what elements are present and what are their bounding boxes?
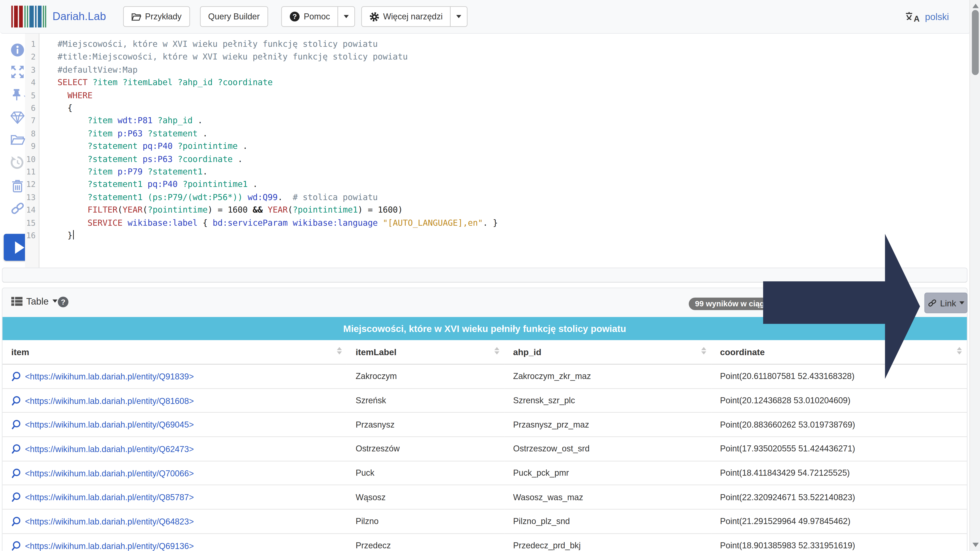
line-number: 7 — [25, 115, 39, 127]
code-token — [173, 154, 178, 164]
code-token: ?statement1 — [148, 167, 203, 176]
entity-link[interactable]: <https://wikihum.lab.dariah.pl/entity/Q7… — [25, 468, 194, 478]
fullscreen-expand-icon[interactable] — [10, 64, 25, 79]
code-line[interactable]: ?statement ps:P63 ?coordinate . — [57, 153, 964, 166]
examples-button[interactable]: Przykłady — [123, 6, 190, 27]
code-line[interactable]: SERVICE wikibase:label { bd:serviceParam… — [57, 217, 964, 229]
line-number: 12 — [25, 178, 39, 191]
ahpid-cell: Pilzno_plz_snd — [504, 510, 711, 533]
line-numbers: 12345678910111213141516 — [25, 33, 40, 268]
help-label: Pomoc — [304, 12, 330, 21]
code-line[interactable]: FILTER(YEAR(?pointintime) = 1600 && YEAR… — [57, 204, 964, 217]
history-icon[interactable] — [10, 155, 25, 170]
code-line[interactable]: ?item p:P79 ?statement1. — [57, 166, 964, 178]
code-token: wikibase:language — [293, 218, 378, 227]
itemlabel-cell: Ostrzeszów — [347, 437, 504, 461]
code-token: bd:serviceParam — [213, 218, 288, 227]
code-line[interactable]: ?item p:P63 ?statement . — [57, 127, 964, 140]
entity-link[interactable]: <https://wikihum.lab.dariah.pl/entity/Q8… — [25, 396, 194, 406]
code-lines[interactable]: #Miejscowości, które w XVI wieku pełniły… — [40, 33, 964, 242]
sort-icon[interactable] — [495, 347, 500, 355]
results-help-icon[interactable]: ? — [57, 296, 69, 308]
brand-title[interactable]: Dariah.Lab — [52, 0, 106, 33]
list-view-icon — [11, 296, 23, 306]
code-token — [153, 116, 158, 125]
code-line[interactable]: #title:Miejscowości, które w XVI wieku p… — [57, 51, 964, 64]
entity-link[interactable]: <https://wikihum.lab.dariah.pl/entity/Q6… — [25, 420, 194, 430]
magnifier-icon[interactable] — [11, 540, 21, 551]
entity-link[interactable]: <https://wikihum.lab.dariah.pl/entity/Q6… — [25, 541, 194, 551]
trash-icon[interactable] — [10, 179, 25, 194]
query-builder-label: Query Builder — [208, 12, 260, 21]
code-token: wdt:P81 — [118, 116, 153, 125]
entity-link[interactable]: <https://wikihum.lab.dariah.pl/entity/Q6… — [25, 517, 194, 527]
column-header-item[interactable]: item — [2, 340, 347, 364]
scrollbar-thumb[interactable] — [972, 10, 978, 75]
magnifier-icon[interactable] — [11, 444, 21, 454]
scroll-up-arrow-icon[interactable] — [972, 4, 978, 8]
code-line[interactable]: ?statement1 (ps:P79/(wdt:P56*)) wd:Q99. … — [57, 191, 964, 204]
view-selector[interactable]: Table — [11, 296, 57, 306]
magnifier-icon[interactable] — [11, 492, 21, 502]
entity-link[interactable]: <https://wikihum.lab.dariah.pl/entity/Q6… — [25, 444, 194, 454]
magnifier-icon[interactable] — [11, 420, 21, 430]
caret-down-icon — [457, 15, 461, 18]
code-line[interactable]: ?item wdt:P81 ?ahp_id . — [57, 115, 964, 127]
editor-footer-bar[interactable] — [2, 268, 967, 282]
sort-icon[interactable] — [957, 347, 962, 355]
code-token — [138, 154, 143, 164]
share-link-icon[interactable] — [10, 201, 25, 216]
link-button[interactable]: Link — [924, 293, 967, 313]
code-token — [243, 193, 247, 202]
app-window: Dariah.Lab Przykłady Query Builder ? Pom… — [0, 0, 980, 551]
code-token: ?pointintime1 — [183, 180, 248, 189]
item-cell: <https://wikihum.lab.dariah.pl/entity/Q8… — [2, 389, 347, 412]
magnifier-icon[interactable] — [11, 468, 21, 478]
column-header-coordinate[interactable]: coordinate — [711, 340, 967, 364]
coordinate-cell: Point(17.935020555 51.424436271) — [711, 437, 967, 461]
column-header-itemlabel[interactable]: itemLabel — [347, 340, 504, 364]
query-builder-button[interactable]: Query Builder — [200, 6, 268, 27]
code-token: . — [248, 180, 258, 189]
code-line[interactable]: WHERE — [57, 89, 964, 102]
scroll-down-arrow-icon[interactable] — [972, 543, 978, 548]
column-header-ahpid[interactable]: ahp_id — [504, 340, 711, 364]
sort-icon[interactable] — [337, 347, 342, 355]
help-button[interactable]: ? Pomoc — [281, 6, 338, 27]
code-token: . — [238, 142, 248, 151]
code-line[interactable]: #Miejscowości, które w XVI wieku pełniły… — [57, 38, 964, 51]
code-line[interactable]: #defaultView:Map — [57, 64, 964, 76]
language-link[interactable]: polski — [925, 11, 949, 22]
info-icon[interactable] — [10, 43, 25, 57]
itemlabel-cell: Pilzno — [347, 510, 504, 533]
magnifier-icon[interactable] — [11, 371, 21, 381]
code-token: # stolica powiatu — [293, 193, 378, 202]
code-line[interactable]: ?statement pq:P40 ?pointintime . — [57, 140, 964, 153]
more-tools-button[interactable]: Więcej narzędzi — [361, 6, 451, 27]
code-token: } — [57, 231, 72, 240]
table-row: <https://wikihum.lab.dariah.pl/entity/Q6… — [2, 437, 967, 461]
page-scrollbar[interactable] — [969, 0, 980, 551]
code-line[interactable]: SELECT ?item ?itemLabel ?ahp_id ?coordin… — [57, 76, 964, 89]
code-line[interactable]: } — [57, 229, 964, 242]
code-token: ?item — [88, 116, 113, 125]
code-token — [113, 167, 118, 176]
more-tools-dropdown-toggle[interactable] — [450, 6, 468, 27]
ahpid-cell: Przedecz_prd_bkj — [504, 533, 711, 551]
code-token: ?pointintime — [148, 205, 208, 215]
sort-icon[interactable] — [701, 347, 706, 355]
code-token — [378, 218, 383, 227]
help-dropdown-toggle[interactable] — [337, 6, 355, 27]
code-token: { — [197, 218, 213, 227]
magnifier-icon[interactable] — [11, 516, 21, 527]
gem-icon[interactable] — [10, 110, 25, 125]
coordinate-cell: Point(20.12436828 53.010204609) — [711, 389, 967, 412]
entity-link[interactable]: <https://wikihum.lab.dariah.pl/entity/Q8… — [25, 493, 194, 502]
table-row: <https://wikihum.lab.dariah.pl/entity/Q6… — [2, 412, 967, 437]
open-query-folder-icon[interactable] — [10, 132, 25, 148]
code-line[interactable]: { — [57, 102, 964, 115]
results-table: item itemLabel ahp_id coordinate — [2, 340, 967, 551]
code-line[interactable]: ?statement1 pq:P40 ?pointintime1 . — [57, 178, 964, 191]
magnifier-icon[interactable] — [11, 395, 21, 406]
entity-link[interactable]: <https://wikihum.lab.dariah.pl/entity/Q9… — [25, 372, 194, 381]
